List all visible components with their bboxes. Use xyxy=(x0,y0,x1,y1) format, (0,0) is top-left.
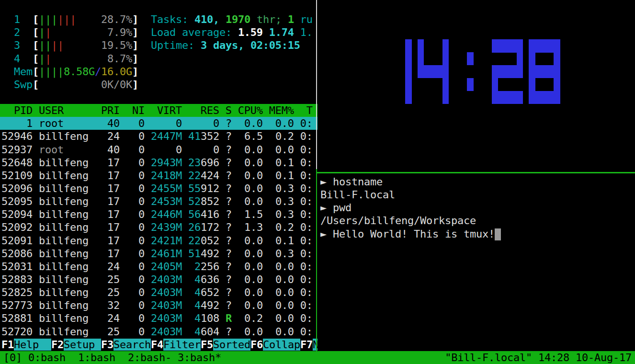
process-row[interactable]: 52773 billfeng 32 0 2403M 4492 ? 0.0 0.0… xyxy=(0,299,318,312)
htop-pane[interactable]: 1 [|||||| 28.7%] Tasks: 410, 1970 thr; 1… xyxy=(0,0,318,351)
status-window-1[interactable]: 1:bash xyxy=(78,352,115,364)
fkey-label-f2[interactable]: Setup xyxy=(64,339,101,351)
htop-meter-3: 3 [|||| 19.5%] Uptime: 3 days, 02:05:15 xyxy=(0,39,318,52)
clock-digit-cell xyxy=(517,52,523,66)
clock-digit-cell xyxy=(492,39,499,53)
fkey-f4[interactable]: F4 xyxy=(151,339,163,351)
fkey-label-f1[interactable]: Help xyxy=(14,339,51,351)
clock-digit-cell xyxy=(547,39,554,53)
pane-border-horizontal-active xyxy=(317,172,635,173)
terminal-output-line: /Users/billfeng/Workspace xyxy=(318,214,635,227)
clock-digit-cell xyxy=(492,65,499,79)
process-table-header[interactable]: PID USER PRI NI VIRT RES S CPU% MEM% T xyxy=(0,104,318,117)
terminal-output-line: Bill-F.local xyxy=(318,188,635,201)
pane-border-vertical-active xyxy=(316,169,317,351)
clock-digit-cell xyxy=(467,78,474,91)
status-window-2[interactable]: 2:bash- xyxy=(128,352,171,364)
prompt-icon: ► xyxy=(320,202,333,214)
status-session: [0] xyxy=(3,352,28,364)
tmux-screen: 1 [|||||| 28.7%] Tasks: 410, 1970 thr; 1… xyxy=(0,0,635,364)
process-row[interactable]: 1 root 40 0 0 0 ? 0.0 0.0 0: xyxy=(0,117,318,130)
clock-digit-cell xyxy=(405,78,412,91)
process-row[interactable]: 52092 billfeng 17 0 2439M 26172 ? 1.3 0.… xyxy=(0,221,318,234)
clock-digit-cell xyxy=(442,91,449,104)
status-left: [0] 0:bash 1:bash 2:bash- 3:bash* xyxy=(3,351,221,364)
clock-digit-cell xyxy=(554,65,560,79)
clock-pane[interactable] xyxy=(318,0,635,172)
clock-digit-cell xyxy=(535,65,542,79)
clock-digit-cell xyxy=(424,65,431,79)
fkey-f5[interactable]: F5 xyxy=(201,339,213,351)
status-window-0[interactable]: 0:bash xyxy=(28,352,66,364)
terminal-command-line: ► hostname xyxy=(318,175,635,188)
fkey-label-f3[interactable]: Search xyxy=(113,339,151,351)
clock-digit-cell xyxy=(430,65,437,79)
fkey-f7[interactable]: F7 xyxy=(300,339,313,351)
htop-meter-4: 4 [|| 8.7%] xyxy=(0,52,318,65)
clock-digit-cell xyxy=(529,91,535,104)
process-row[interactable]: 52946 billfeng 24 0 2447M 41352 ? 6.5 0.… xyxy=(0,130,318,143)
process-row[interactable]: 52720 billfeng 25 0 2403M 4604 ? 0.0 0.0… xyxy=(0,325,318,338)
fkey-f3[interactable]: F3 xyxy=(101,339,113,351)
process-row[interactable]: 52094 billfeng 17 0 2446M 56416 ? 1.5 0.… xyxy=(0,208,318,221)
clock-digit-cell xyxy=(510,39,517,53)
process-row[interactable]: 52825 billfeng 25 0 2403M 4652 ? 0.0 0.0… xyxy=(0,286,318,299)
clock-digit-cell xyxy=(405,65,412,79)
clock-digit-cell xyxy=(467,52,474,66)
clock-digit-cell xyxy=(535,39,542,53)
fkey-f6[interactable]: F6 xyxy=(250,339,263,351)
process-row[interactable]: 52109 billfeng 17 0 2418M 22424 ? 0.0 0.… xyxy=(0,169,318,182)
process-row[interactable]: 52031 billfeng 24 0 2405M 2256 ? 0.0 0.0… xyxy=(0,260,318,273)
clock-digit-cell xyxy=(541,65,548,79)
clock-digit-cell xyxy=(529,52,535,66)
clock-digit-cell xyxy=(418,39,424,53)
htop-blank-line xyxy=(0,0,318,13)
htop-meter-1: 1 [|||||| 28.7%] Tasks: 410, 1970 thr; 1… xyxy=(0,13,318,26)
process-row[interactable]: 52648 billfeng 17 0 2943M 23696 ? 0.0 0.… xyxy=(0,156,318,169)
fkey-f1[interactable]: F1 xyxy=(1,339,14,351)
process-row[interactable]: 52095 billfeng 17 0 2453M 52852 ? 0.0 0.… xyxy=(0,195,318,208)
fkey-label-f4[interactable]: Filter xyxy=(163,339,201,351)
clock-digit-cell xyxy=(510,65,517,79)
clock-digit-cell xyxy=(529,65,535,79)
status-right: "Bill-F.local" 14:28 10-Aug-17 xyxy=(445,351,632,364)
process-row[interactable]: 52883 billfeng 25 0 2403M 4636 ? 0.0 0.0… xyxy=(0,273,318,286)
status-window-3[interactable]: 3:bash* xyxy=(178,352,221,364)
clock-digit-cell xyxy=(504,91,511,104)
fkey-bar: F1Help F2Setup F3SearchF4FilterF5SortedF… xyxy=(0,338,318,351)
fkey-label-f6[interactable]: Collap xyxy=(263,339,300,351)
clock-digit-cell xyxy=(517,39,523,53)
clock-digit-cell xyxy=(529,39,535,53)
clock-digit-cell xyxy=(547,65,554,79)
clock-digit-cell xyxy=(554,91,560,104)
process-row[interactable]: 52881 billfeng 24 0 2403M 4108 R 0.2 0.0… xyxy=(0,312,318,325)
clock-digit-cell xyxy=(554,52,560,66)
fkey-f2[interactable]: F2 xyxy=(51,339,64,351)
clock-digit-cell xyxy=(510,91,517,104)
htop-meter-swp: Swp[ 0K/0K] xyxy=(0,78,318,91)
process-row[interactable]: 52091 billfeng 17 0 2421M 22052 ? 0.0 0.… xyxy=(0,234,318,247)
clock-digit-cell xyxy=(442,52,449,66)
clock-digit-cell xyxy=(405,91,412,104)
terminal-pane[interactable]: ► hostnameBill-F.local► pwd/Users/billfe… xyxy=(318,175,635,351)
clock-digit-cell xyxy=(504,65,511,79)
clock-digit-cell xyxy=(405,39,412,53)
clock-digit-cell xyxy=(405,52,412,66)
htop-blank-line xyxy=(0,91,318,104)
clock-digit-cell xyxy=(498,91,505,104)
htop-meter-mem: Mem[||||8.58G/16.0G] xyxy=(0,65,318,78)
clock-digit-cell xyxy=(541,39,548,53)
fkey-label-f5[interactable]: Sorted xyxy=(213,339,250,351)
pane-border-vertical xyxy=(316,0,317,169)
clock-digit-cell xyxy=(442,39,449,53)
clock-digit-cell xyxy=(492,78,499,91)
terminal-command-line: ► Hello World! This is tmux! xyxy=(318,228,635,240)
clock-digit-cell xyxy=(541,91,548,104)
clock-digit-cell xyxy=(529,78,535,91)
htop-meter-2: 2 [|| 7.9%] Load average: 1.59 1.74 1. xyxy=(0,26,318,39)
terminal-command-line: ► pwd xyxy=(318,201,635,214)
process-row[interactable]: 52937 root 40 0 0 0 ? 0.0 0.0 0: xyxy=(0,143,318,156)
process-row[interactable]: 52096 billfeng 17 0 2455M 55912 ? 0.0 0.… xyxy=(0,182,318,195)
clock-digit-cell xyxy=(442,78,449,91)
process-row[interactable]: 52086 billfeng 17 0 2461M 51492 ? 0.0 0.… xyxy=(0,247,318,260)
